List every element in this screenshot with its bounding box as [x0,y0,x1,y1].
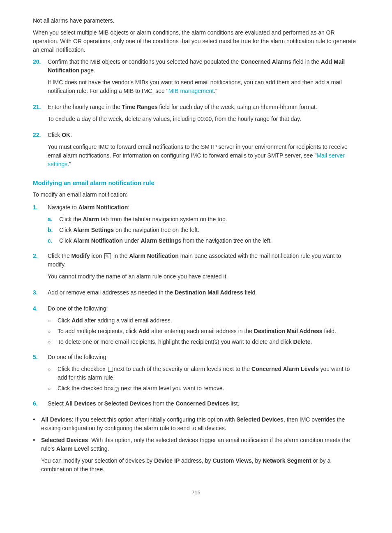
step-4-item-1-text: Click Add after adding a valid email add… [58,316,172,325]
step-20-bold-2: Add Mail Notification [48,58,345,74]
step-1a-letter: a. [48,215,59,224]
step-1b-text: Click Alarm Settings on the navigation t… [59,226,199,234]
checkbox-checked-icon: ☑ [114,386,120,392]
checkbox-empty-icon [108,367,113,372]
bullet-item-1: All Devices: If you select this option a… [33,415,359,433]
step-22-text: Click OK. [48,131,359,139]
step-4-bold-1: Add [71,317,83,324]
step-6-num: 6. [33,399,48,408]
bullet-1-bold-2: Selected Devices [236,416,283,423]
mail-server-settings-link[interactable]: Mail server settings [48,152,345,167]
step-1a: a. Click the Alarm tab from the tabular … [48,215,359,224]
step-1b-letter: b. [48,226,59,234]
step-4-content: Do one of the following: Click Add after… [48,304,359,349]
step-6: 6. Select All Devices or Selected Device… [33,399,359,411]
step-4-item-2: To add multiple recipients, click Add af… [48,327,359,336]
step-1c-bold-2: Alarm Settings [141,237,181,244]
step-6-content: Select All Devices or Selected Devices f… [48,399,359,411]
step-4-item-1: Click Add after adding a valid email add… [48,316,359,325]
step-1-text: Navigate to Alarm Notification: [48,203,359,212]
step-6-text: Select All Devices or Selected Devices f… [48,399,359,408]
step-2-content: Click the Modify icon ✎ in the Alarm Not… [48,252,359,284]
step-1a-bold: Alarm [83,216,99,222]
step-5-bold-1: Concerned Alarm Levels [251,366,319,372]
step-1-sublist: a. Click the Alarm tab from the tabular … [48,215,359,245]
step-6-bold-3: Concerned Devices [175,400,229,407]
step-1-content: Navigate to Alarm Notification: a. Click… [48,203,359,248]
step-22-num: 22. [33,131,48,139]
section-intro: To modify an email alarm notification: [33,190,359,199]
page-container: Not all alarms have parameters. When you… [0,0,392,533]
bullet-1-bold-1: All Devices [41,416,72,423]
bullet-item-2: Selected Devices: With this option, only… [33,436,359,477]
step-1: 1. Navigate to Alarm Notification: a. Cl… [33,203,359,248]
step-4-item-3: To delete one or more email recipients, … [48,338,359,346]
step-1b: b. Click Alarm Settings on the navigatio… [48,226,359,234]
step-1c-bold-1: Alarm Notification [73,237,123,244]
step-4-text: Do one of the following: [48,304,359,313]
step-3-text: Add or remove email addresses as needed … [48,288,359,297]
step-2-bold-2: Alarm Notification [129,253,179,259]
step-5-list: Click the checkbox next to each of the s… [48,365,359,393]
step-21-bold: Time Ranges [122,104,158,110]
step-20: 20. Confirm that the MIB objects or cond… [33,58,359,99]
step-1-num: 1. [33,203,48,212]
step-20-bold-1: Concerned Alarms [240,58,291,65]
step-3-content: Add or remove email addresses as needed … [48,288,359,300]
step-5-item-1-text: Click the checkbox next to each of the s… [58,365,359,382]
bullet-2-bold-2: Alarm Level [56,445,89,452]
bullet-item-2-container: Selected Devices: With this option, only… [41,436,359,477]
step-5-num: 5. [33,353,48,362]
intro-para-1: Not all alarms have parameters. [33,16,359,25]
step-22-subtext: You must configure IMC to forward email … [48,143,359,169]
step-4-bold-4: Delete [293,338,311,345]
step-4-item-3-text: To delete one or more email recipients, … [58,338,312,346]
step-1c: c. Click Alarm Notification under Alarm … [48,236,359,245]
step-1c-letter: c. [48,236,59,245]
content-area: Not all alarms have parameters. When you… [33,16,359,496]
page-number: 715 [33,489,359,496]
bullet-item-2-subtext: You can modify your selection of devices… [41,457,359,474]
step-20-content: Confirm that the MIB objects or conditio… [48,58,359,99]
bullet-item-2-text: Selected Devices: With this option, only… [41,436,359,453]
step-3: 3. Add or remove email addresses as need… [33,288,359,300]
step-22: 22. Click OK. You must configure IMC to … [33,131,359,172]
step-22-content: Click OK. You must configure IMC to forw… [48,131,359,172]
step-4: 4. Do one of the following: Click Add af… [33,304,359,349]
step-4-num: 4. [33,304,48,313]
step-21-text: Enter the hourly range in the Time Range… [48,103,359,111]
step-3-num: 3. [33,288,48,297]
step-2-bold-1: Modify [71,253,90,259]
step-1-bold: Alarm Notification [78,204,128,211]
bullet-2-bold-5: Network Segment [263,457,311,464]
step-4-bold-3: Destination Mail Address [254,328,323,334]
step-20-subtext: If IMC does not have the vendor's MIBs y… [48,78,359,95]
bullet-2-bold-1: Selected Devices [41,437,88,443]
step-22-bold: OK [62,132,70,138]
step-5-text: Do one of the following: [48,353,359,362]
step-1a-text: Click the Alarm tab from the tabular nav… [59,215,227,224]
step-2-subtext: You cannot modify the name of an alarm r… [48,272,359,281]
mib-management-link[interactable]: MIB management [168,88,214,94]
section-heading: Modifying an email alarm notification ru… [33,179,359,186]
bullet-item-1-text: All Devices: If you select this option a… [41,415,359,433]
step-1b-bold: Alarm Settings [73,227,114,233]
intro-para-2: When you select multiple MIB objects or … [33,28,359,54]
step-20-num: 20. [33,58,48,66]
step-6-bold-2: Selected Devices [104,400,151,407]
step-5-item-2-text: Click the checked box☑next the alarm lev… [58,384,224,393]
step-4-bold-2: Add [138,328,150,334]
bullet-list: All Devices: If you select this option a… [33,415,359,477]
step-4-list: Click Add after adding a valid email add… [48,316,359,346]
step-21-num: 21. [33,103,48,111]
step-20-text: Confirm that the MIB objects or conditio… [48,58,359,75]
step-5-item-2: Click the checked box☑next the alarm lev… [48,384,359,393]
step-2-text: Click the Modify icon ✎ in the Alarm Not… [48,252,359,269]
step-3-bold: Destination Mail Address [175,289,243,296]
step-5-content: Do one of the following: Click the check… [48,353,359,395]
step-4-item-2-text: To add multiple recipients, click Add af… [58,327,336,336]
modify-icon: ✎ [104,253,111,259]
step-21-content: Enter the hourly range in the Time Range… [48,103,359,127]
bullet-2-bold-4: Custom Views [212,457,251,464]
step-21-subtext: To exclude a day of the week, delete any… [48,115,359,123]
